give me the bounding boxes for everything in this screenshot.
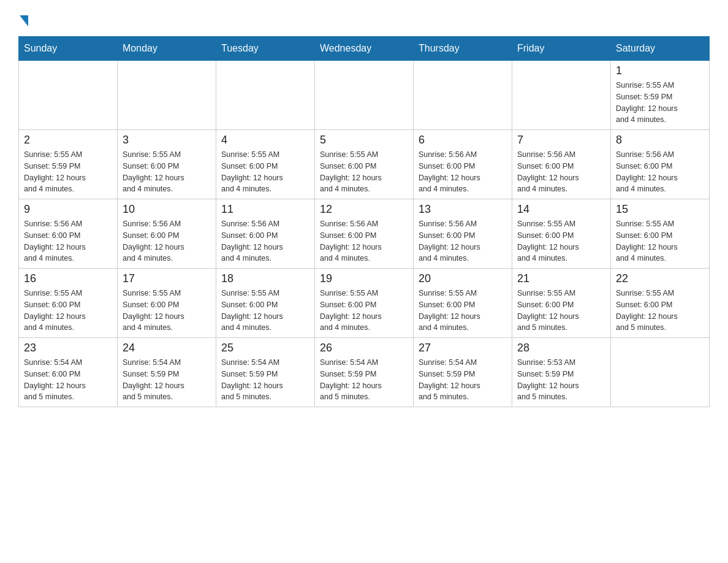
day-info: Sunrise: 5:56 AMSunset: 6:00 PMDaylight:…	[517, 149, 605, 195]
day-number: 4	[221, 134, 309, 147]
calendar-day-cell: 23Sunrise: 5:54 AMSunset: 6:00 PMDayligh…	[19, 338, 118, 407]
calendar-day-cell: 10Sunrise: 5:56 AMSunset: 6:00 PMDayligh…	[118, 199, 216, 269]
calendar-header-monday: Monday	[118, 37, 216, 61]
calendar-day-cell: 27Sunrise: 5:54 AMSunset: 5:59 PMDayligh…	[414, 338, 512, 407]
calendar-day-cell: 9Sunrise: 5:56 AMSunset: 6:00 PMDaylight…	[19, 199, 118, 269]
calendar-day-cell: 24Sunrise: 5:54 AMSunset: 5:59 PMDayligh…	[118, 338, 216, 407]
day-number: 14	[517, 203, 605, 216]
day-number: 9	[24, 203, 112, 216]
calendar-header-saturday: Saturday	[611, 37, 710, 61]
calendar-day-cell: 20Sunrise: 5:55 AMSunset: 6:00 PMDayligh…	[414, 269, 512, 338]
calendar-day-cell: 18Sunrise: 5:55 AMSunset: 6:00 PMDayligh…	[216, 269, 315, 338]
logo	[18, 12, 28, 24]
calendar-day-cell: 19Sunrise: 5:55 AMSunset: 6:00 PMDayligh…	[315, 269, 414, 338]
calendar-day-cell: 13Sunrise: 5:56 AMSunset: 6:00 PMDayligh…	[414, 199, 512, 269]
calendar-day-cell: 2Sunrise: 5:55 AMSunset: 5:59 PMDaylight…	[19, 130, 118, 199]
day-info: Sunrise: 5:55 AMSunset: 6:00 PMDaylight:…	[320, 149, 408, 195]
day-info: Sunrise: 5:56 AMSunset: 6:00 PMDaylight:…	[419, 218, 507, 264]
page-header	[18, 12, 710, 24]
calendar-week-row: 16Sunrise: 5:55 AMSunset: 6:00 PMDayligh…	[19, 269, 710, 338]
day-info: Sunrise: 5:55 AMSunset: 6:00 PMDaylight:…	[616, 288, 704, 334]
calendar-day-cell: 4Sunrise: 5:55 AMSunset: 6:00 PMDaylight…	[216, 130, 315, 199]
calendar-header-tuesday: Tuesday	[216, 37, 315, 61]
day-info: Sunrise: 5:56 AMSunset: 6:00 PMDaylight:…	[24, 218, 112, 264]
day-info: Sunrise: 5:56 AMSunset: 6:00 PMDaylight:…	[320, 218, 408, 264]
calendar-day-cell: 12Sunrise: 5:56 AMSunset: 6:00 PMDayligh…	[315, 199, 414, 269]
calendar-week-row: 1Sunrise: 5:55 AMSunset: 5:59 PMDaylight…	[19, 61, 710, 130]
day-info: Sunrise: 5:55 AMSunset: 6:00 PMDaylight:…	[616, 218, 704, 264]
day-info: Sunrise: 5:55 AMSunset: 6:00 PMDaylight:…	[320, 288, 408, 334]
calendar-day-cell: 28Sunrise: 5:53 AMSunset: 5:59 PMDayligh…	[512, 338, 611, 407]
day-info: Sunrise: 5:56 AMSunset: 6:00 PMDaylight:…	[616, 149, 704, 195]
calendar-day-cell: 14Sunrise: 5:55 AMSunset: 6:00 PMDayligh…	[512, 199, 611, 269]
day-info: Sunrise: 5:54 AMSunset: 5:59 PMDaylight:…	[221, 357, 309, 403]
calendar-day-cell	[315, 61, 414, 130]
day-info: Sunrise: 5:55 AMSunset: 6:00 PMDaylight:…	[123, 288, 211, 334]
calendar-day-cell	[512, 61, 611, 130]
calendar-week-row: 23Sunrise: 5:54 AMSunset: 6:00 PMDayligh…	[19, 338, 710, 407]
day-number: 22	[616, 272, 704, 285]
calendar-day-cell: 7Sunrise: 5:56 AMSunset: 6:00 PMDaylight…	[512, 130, 611, 199]
day-number: 7	[517, 134, 605, 147]
day-number: 26	[320, 342, 408, 354]
day-number: 6	[419, 134, 507, 147]
day-number: 24	[123, 342, 211, 354]
day-number: 20	[419, 272, 507, 285]
calendar-day-cell	[611, 338, 710, 407]
day-number: 15	[616, 203, 704, 216]
day-number: 13	[419, 203, 507, 216]
calendar-header-sunday: Sunday	[19, 37, 118, 61]
logo-arrow-icon	[20, 15, 28, 26]
day-number: 28	[517, 342, 605, 354]
calendar-day-cell: 21Sunrise: 5:55 AMSunset: 6:00 PMDayligh…	[512, 269, 611, 338]
calendar-day-cell	[118, 61, 216, 130]
day-info: Sunrise: 5:55 AMSunset: 5:59 PMDaylight:…	[24, 149, 112, 195]
calendar-day-cell: 17Sunrise: 5:55 AMSunset: 6:00 PMDayligh…	[118, 269, 216, 338]
day-number: 1	[616, 64, 704, 77]
day-info: Sunrise: 5:54 AMSunset: 6:00 PMDaylight:…	[24, 357, 112, 403]
day-number: 8	[616, 134, 704, 147]
day-number: 3	[123, 134, 211, 147]
calendar-day-cell: 8Sunrise: 5:56 AMSunset: 6:00 PMDaylight…	[611, 130, 710, 199]
calendar-header-row: SundayMondayTuesdayWednesdayThursdayFrid…	[19, 37, 710, 61]
day-number: 17	[123, 272, 211, 285]
day-info: Sunrise: 5:56 AMSunset: 6:00 PMDaylight:…	[123, 218, 211, 264]
calendar-day-cell: 6Sunrise: 5:56 AMSunset: 6:00 PMDaylight…	[414, 130, 512, 199]
day-info: Sunrise: 5:54 AMSunset: 5:59 PMDaylight:…	[419, 357, 507, 403]
day-number: 16	[24, 272, 112, 285]
day-number: 10	[123, 203, 211, 216]
day-info: Sunrise: 5:55 AMSunset: 5:59 PMDaylight:…	[616, 80, 704, 126]
day-info: Sunrise: 5:56 AMSunset: 6:00 PMDaylight:…	[419, 149, 507, 195]
day-info: Sunrise: 5:55 AMSunset: 6:00 PMDaylight:…	[221, 149, 309, 195]
day-info: Sunrise: 5:55 AMSunset: 6:00 PMDaylight:…	[221, 288, 309, 334]
day-info: Sunrise: 5:55 AMSunset: 6:00 PMDaylight:…	[517, 218, 605, 264]
calendar-day-cell: 25Sunrise: 5:54 AMSunset: 5:59 PMDayligh…	[216, 338, 315, 407]
calendar-header-thursday: Thursday	[414, 37, 512, 61]
calendar-day-cell: 15Sunrise: 5:55 AMSunset: 6:00 PMDayligh…	[611, 199, 710, 269]
day-number: 19	[320, 272, 408, 285]
calendar-day-cell: 26Sunrise: 5:54 AMSunset: 5:59 PMDayligh…	[315, 338, 414, 407]
day-number: 25	[221, 342, 309, 354]
day-info: Sunrise: 5:56 AMSunset: 6:00 PMDaylight:…	[221, 218, 309, 264]
day-info: Sunrise: 5:55 AMSunset: 6:00 PMDaylight:…	[24, 288, 112, 334]
day-info: Sunrise: 5:54 AMSunset: 5:59 PMDaylight:…	[123, 357, 211, 403]
calendar-day-cell: 3Sunrise: 5:55 AMSunset: 6:00 PMDaylight…	[118, 130, 216, 199]
calendar-table: SundayMondayTuesdayWednesdayThursdayFrid…	[18, 36, 710, 407]
day-info: Sunrise: 5:54 AMSunset: 5:59 PMDaylight:…	[320, 357, 408, 403]
calendar-day-cell	[414, 61, 512, 130]
calendar-day-cell: 5Sunrise: 5:55 AMSunset: 6:00 PMDaylight…	[315, 130, 414, 199]
calendar-week-row: 9Sunrise: 5:56 AMSunset: 6:00 PMDaylight…	[19, 199, 710, 269]
day-number: 12	[320, 203, 408, 216]
day-number: 21	[517, 272, 605, 285]
day-number: 5	[320, 134, 408, 147]
calendar-header-friday: Friday	[512, 37, 611, 61]
day-info: Sunrise: 5:55 AMSunset: 6:00 PMDaylight:…	[517, 288, 605, 334]
day-number: 2	[24, 134, 112, 147]
calendar-header-wednesday: Wednesday	[315, 37, 414, 61]
calendar-day-cell: 11Sunrise: 5:56 AMSunset: 6:00 PMDayligh…	[216, 199, 315, 269]
day-number: 23	[24, 342, 112, 354]
calendar-day-cell: 22Sunrise: 5:55 AMSunset: 6:00 PMDayligh…	[611, 269, 710, 338]
day-info: Sunrise: 5:53 AMSunset: 5:59 PMDaylight:…	[517, 357, 605, 403]
calendar-day-cell	[216, 61, 315, 130]
calendar-day-cell: 16Sunrise: 5:55 AMSunset: 6:00 PMDayligh…	[19, 269, 118, 338]
